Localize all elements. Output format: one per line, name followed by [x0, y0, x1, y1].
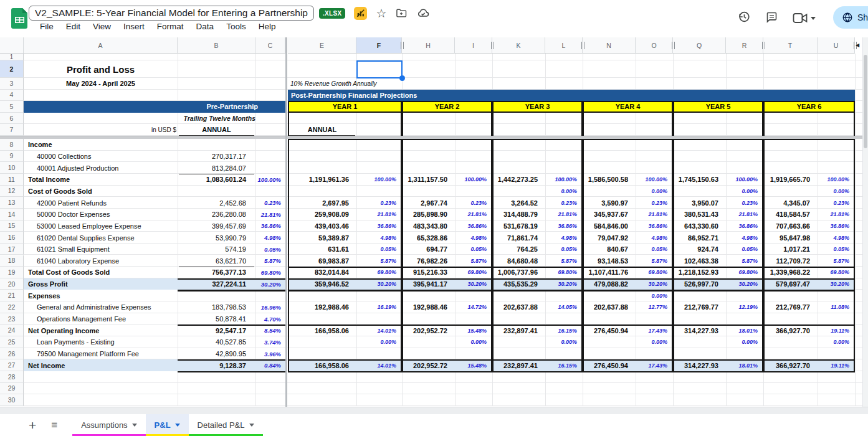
cell-R16[interactable]: 4.98% — [726, 232, 761, 244]
cell-R24[interactable]: 18.01% — [726, 325, 761, 336]
cell-L15[interactable]: 36.86% — [545, 220, 580, 232]
column-header-N[interactable]: N — [583, 37, 636, 54]
units-label[interactable]: in USD $ — [24, 124, 176, 136]
menu-insert[interactable]: Insert — [117, 21, 151, 32]
cell-H15[interactable]: 483,343.80 — [404, 220, 453, 232]
row-header-19[interactable]: 19 — [0, 267, 24, 278]
cell-O17[interactable]: 0.05% — [636, 244, 670, 255]
cell-F27[interactable]: 14.01% — [356, 359, 399, 371]
cell-E17[interactable]: 631.61 — [290, 244, 355, 255]
cell-L12[interactable]: 0.00% — [545, 186, 580, 197]
cell-F15[interactable]: 36.86% — [356, 220, 399, 232]
cell-C25[interactable]: 3.74% — [255, 336, 284, 348]
cell-K16[interactable]: 71,861.74 — [494, 232, 543, 244]
cell-I20[interactable]: 30.20% — [455, 278, 490, 290]
cell-I27[interactable]: 15.48% — [455, 359, 490, 371]
column-header-L[interactable]: L — [545, 37, 583, 54]
video-call-dropdown-icon[interactable] — [811, 17, 816, 20]
cell-A18[interactable]: 61040 Laboratory Expense — [25, 255, 176, 267]
cell-I13[interactable]: 0.23% — [455, 197, 490, 209]
cell-C19[interactable]: 69.80% — [255, 267, 284, 278]
cell-U12[interactable]: 0.00% — [818, 186, 852, 197]
video-call-button[interactable] — [793, 12, 816, 24]
cell-O19[interactable]: 69.80% — [636, 267, 670, 278]
column-header-C[interactable]: C — [255, 37, 285, 54]
cell-B25[interactable]: 40,527.85 — [178, 336, 254, 348]
column-header-I[interactable]: I — [455, 37, 492, 54]
cell-N15[interactable]: 584,846.00 — [584, 220, 634, 232]
cell-C27[interactable]: 0.84% — [255, 359, 284, 371]
row-header-4[interactable]: 4 — [0, 90, 24, 102]
cell-O24[interactable]: 17.43% — [636, 325, 670, 336]
cell-L13[interactable]: 0.23% — [545, 197, 580, 209]
cell-O16[interactable]: 4.98% — [636, 232, 670, 244]
row-header-29[interactable]: 29 — [0, 383, 24, 395]
cell-K18[interactable]: 84,680.48 — [494, 255, 543, 267]
cell-A20[interactable]: Gross Profit — [25, 278, 176, 290]
column-header-K[interactable]: K — [492, 37, 545, 54]
cell-L18[interactable]: 5.87% — [545, 255, 580, 267]
row-header-24[interactable]: 24 — [0, 325, 24, 336]
column-header-U[interactable]: U — [818, 37, 855, 54]
cell-I16[interactable]: 4.98% — [455, 232, 490, 244]
sheet-tab-dropdown-icon[interactable] — [175, 424, 180, 427]
sheet-tab-dropdown-icon[interactable] — [249, 424, 254, 427]
cell-L16[interactable]: 4.98% — [545, 232, 580, 244]
cell-A25[interactable]: Loan Payments - Existing — [25, 336, 176, 348]
cell-E13[interactable]: 2,697.95 — [290, 197, 355, 209]
cell-O13[interactable]: 0.23% — [636, 197, 670, 209]
row-header-17[interactable]: 17 — [0, 244, 24, 255]
cell-N11[interactable]: 1,586,500.58 — [584, 174, 634, 186]
menu-data[interactable]: Data — [190, 21, 221, 32]
column-header-O[interactable]: O — [636, 37, 673, 54]
cell-I14[interactable]: 21.81% — [455, 209, 490, 220]
row-header-2[interactable]: 2 — [0, 60, 24, 78]
cell-L11[interactable]: 100.00% — [545, 174, 580, 186]
column-header-B[interactable]: B — [178, 37, 255, 54]
cell-B14[interactable]: 236,280.08 — [178, 209, 254, 220]
cell-L20[interactable]: 30.20% — [545, 278, 580, 290]
cell-O21[interactable]: 0.00% — [636, 290, 670, 301]
row-header-23[interactable]: 23 — [0, 313, 24, 325]
cell-A19[interactable]: Total Cost of Goods Sold — [25, 267, 176, 278]
cell-U19[interactable]: 69.80% — [818, 267, 852, 278]
row-header-12[interactable]: 12 — [0, 186, 24, 197]
row-header-11[interactable]: 11 — [0, 174, 24, 186]
cell-T13[interactable]: 4,345.07 — [765, 197, 816, 209]
cell-E15[interactable]: 439,403.46 — [290, 220, 355, 232]
cell-U27[interactable]: 19.11% — [818, 359, 852, 371]
cell-A26[interactable]: 79500 Management Platform Fee — [25, 348, 176, 360]
column-header-F[interactable]: F — [356, 37, 402, 54]
row-header-26[interactable]: 26 — [0, 348, 24, 360]
year-header-1[interactable]: YEAR 1 — [288, 101, 402, 113]
cell-A9[interactable]: 40000 Collections — [25, 151, 176, 163]
menu-help[interactable]: Help — [252, 21, 282, 32]
cell-C23[interactable]: 4.70% — [255, 313, 284, 325]
cell-T14[interactable]: 418,584.57 — [765, 209, 816, 220]
cell-C18[interactable]: 5.87% — [255, 255, 284, 267]
growth-note[interactable]: 10% Revenue Growth Annually — [290, 78, 471, 89]
cell-K24[interactable]: 232,897.41 — [494, 325, 543, 336]
cell-R19[interactable]: 69.80% — [726, 267, 761, 278]
row-header-3[interactable]: 3 — [0, 78, 24, 90]
cell-B24[interactable]: 92,547.17 — [178, 325, 254, 336]
cell-C20[interactable]: 30.20% — [255, 278, 284, 290]
sheet-tab-p-l[interactable]: P&L — [146, 414, 189, 436]
cell-F19[interactable]: 69.80% — [356, 267, 399, 278]
cell-A13[interactable]: 42000 Patient Refunds — [25, 197, 176, 209]
cell-K17[interactable]: 764.25 — [494, 244, 543, 255]
cell-Q15[interactable]: 643,330.60 — [675, 220, 724, 232]
cell-L14[interactable]: 21.81% — [545, 209, 580, 220]
row-header-18[interactable]: 18 — [0, 255, 24, 267]
post-partnership-banner[interactable]: Post-Partnership Financial Projections — [288, 90, 855, 102]
menu-file[interactable]: File — [34, 21, 60, 32]
cell-K14[interactable]: 314,488.79 — [494, 209, 543, 220]
sheet-tab-assumptions[interactable]: Assumptions — [72, 414, 145, 436]
cell-T22[interactable]: 212,769.77 — [765, 301, 816, 313]
corner-box[interactable] — [0, 37, 24, 54]
cell-H16[interactable]: 65,328.86 — [404, 232, 453, 244]
column-header-R[interactable]: R — [726, 37, 763, 54]
cell-A15[interactable]: 53000 Leased Employee Expense — [25, 220, 176, 232]
column-header-T[interactable]: T — [763, 37, 818, 54]
cell-R17[interactable]: 0.05% — [726, 244, 761, 255]
